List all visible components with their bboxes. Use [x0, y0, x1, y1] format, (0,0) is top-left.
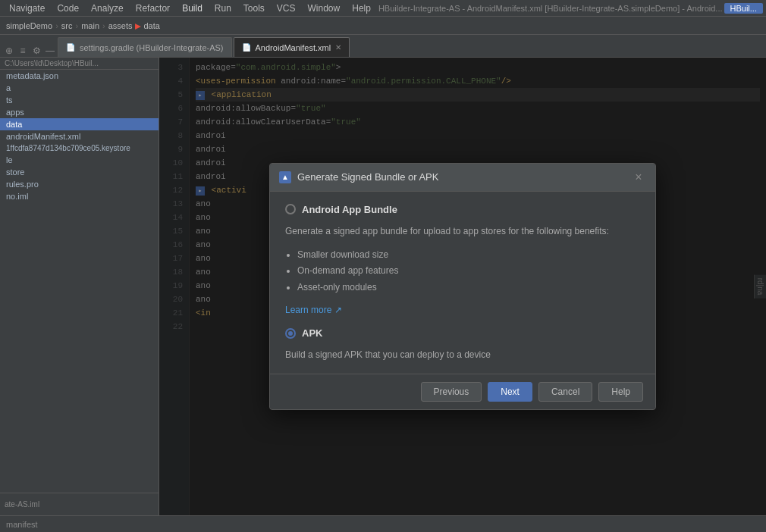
modal-title: ▲ Generate Signed Bundle or APK	[279, 171, 438, 183]
bundle-radio[interactable]	[285, 204, 296, 214]
sidebar-item-ts[interactable]: ts	[0, 94, 159, 106]
next-button[interactable]: Next	[488, 382, 532, 402]
sidebar-path: C:\Users\ld\Desktop\HBuil...	[0, 58, 159, 70]
sidebar-item-apps[interactable]: apps	[0, 106, 159, 118]
tab-tool-minimize[interactable]: —	[44, 45, 56, 57]
breadcrumb-sep-1: ›	[75, 21, 78, 30]
tab-icon-settings: 📄	[66, 43, 75, 52]
tab-label-manifest: AndroidManifest.xml	[256, 43, 331, 52]
learn-more-link[interactable]: Learn more ↗	[285, 305, 640, 315]
sidebar-item-rulespro[interactable]: rules.pro	[0, 178, 159, 190]
code-area: 3 4 5 6 7 8 9 10 11 12 13 14 15 16 17 18…	[159, 58, 766, 515]
modal-body: Android App Bundle Generate a signed app…	[270, 192, 655, 374]
bullet-0: Smaller download size	[297, 247, 640, 264]
tab-settings-gradle[interactable]: 📄 settings.gradle (HBuilder-Integrate-AS…	[58, 37, 232, 57]
status-bar: manifest	[0, 515, 766, 532]
tab-tool-gear[interactable]: ⚙	[30, 45, 42, 57]
android-bundle-option[interactable]: Android App Bundle	[285, 204, 640, 215]
menu-analyze[interactable]: Analyze	[85, 2, 130, 15]
menu-help[interactable]: Help	[346, 2, 377, 15]
modal-overlay: ▲ Generate Signed Bundle or APK × Androi…	[159, 58, 766, 515]
cancel-button[interactable]: Cancel	[538, 382, 592, 402]
menu-bar: Navigate Code Analyze Refactor Build Run…	[0, 0, 766, 17]
sidebar-item-noiml[interactable]: no.iml	[0, 190, 159, 202]
tab-icon-manifest: 📄	[242, 43, 251, 52]
menu-navigate[interactable]: Navigate	[3, 2, 51, 15]
sidebar-item-a[interactable]: a	[0, 82, 159, 94]
apk-description: Build a signed APK that you can deploy t…	[285, 348, 640, 361]
bullet-1: On-demand app features	[297, 263, 640, 280]
breadcrumb: simpleDemo › src › main › assets ▸ data	[0, 17, 766, 35]
menu-run[interactable]: Run	[209, 2, 237, 15]
previous-button[interactable]: Previous	[421, 382, 482, 402]
modal-title-text: Generate Signed Bundle or APK	[297, 171, 438, 183]
sidebar-bottom: ate-AS.iml	[0, 493, 159, 515]
breadcrumb-sep-2: ›	[102, 21, 105, 30]
modal-header: ▲ Generate Signed Bundle or APK ×	[270, 164, 655, 192]
bundle-description: Generate a signed app bundle for upload …	[285, 224, 640, 238]
sidebar-item-le[interactable]: le	[0, 154, 159, 166]
modal-close-button[interactable]: ×	[631, 170, 646, 185]
breadcrumb-sep-0: ›	[55, 21, 58, 30]
sidebar-item-store[interactable]: store	[0, 166, 159, 178]
sidebar-item-metadata[interactable]: metadata.json	[0, 70, 159, 82]
apk-section: APK Build a signed APK that you can depl…	[285, 327, 640, 361]
sidebar-item-data[interactable]: data	[0, 118, 159, 130]
tab-androidmanifest[interactable]: 📄 AndroidManifest.xml ✕	[234, 37, 350, 57]
apk-option[interactable]: APK	[285, 327, 640, 339]
menu-build[interactable]: Build	[176, 2, 209, 15]
help-button[interactable]: Help	[598, 382, 643, 402]
android-icon: ▲	[279, 171, 291, 183]
sidebar-item-androidmanifest[interactable]: androidManifest.xml	[0, 130, 159, 142]
tab-close-manifest[interactable]: ✕	[335, 43, 341, 52]
sidebar-iml-label[interactable]: ate-AS.iml	[5, 500, 39, 509]
bundle-label: Android App Bundle	[302, 204, 397, 215]
sidebar: C:\Users\ld\Desktop\HBuil... metadata.js…	[0, 58, 159, 515]
breadcrumb-part-0[interactable]: simpleDemo	[6, 21, 52, 30]
status-left: manifest	[6, 520, 38, 529]
apk-radio[interactable]	[285, 328, 296, 339]
tab-tool-globe[interactable]: ⊕	[3, 45, 15, 57]
menu-tools[interactable]: Tools	[237, 2, 271, 15]
apk-radio-dot	[288, 331, 293, 336]
modal-footer: Previous Next Cancel Help	[270, 374, 655, 409]
breadcrumb-part-4[interactable]: data	[143, 21, 159, 30]
breadcrumb-part-3[interactable]: assets	[108, 21, 133, 30]
tabs-bar: ⊕ ≡ ⚙ — 📄 settings.gradle (HBuilder-Inte…	[0, 35, 766, 58]
breadcrumb-part-1[interactable]: src	[61, 21, 73, 30]
window-title: HBuilder-Integrate-AS - AndroidManifest.…	[377, 4, 724, 13]
menu-window[interactable]: Window	[302, 2, 347, 15]
tab-tool-menu[interactable]: ≡	[17, 45, 29, 57]
menu-refactor[interactable]: Refactor	[130, 2, 176, 15]
menu-code[interactable]: Code	[51, 2, 85, 15]
bundle-bullets: Smaller download size On-demand app feat…	[297, 247, 640, 296]
bullet-2: Asset-only modules	[297, 280, 640, 296]
breadcrumb-part-2[interactable]: main	[81, 21, 99, 30]
sidebar-item-keystore[interactable]: 1ffcdfa8747d134bc709ce05.keystore	[0, 142, 159, 154]
generate-apk-dialog: ▲ Generate Signed Bundle or APK × Androi…	[269, 163, 656, 411]
tab-label-settings: settings.gradle (HBuilder-Integrate-AS)	[80, 43, 224, 52]
apk-label: APK	[302, 327, 322, 339]
menu-vcs[interactable]: VCS	[271, 2, 302, 15]
hbuilder-button[interactable]: HBuil...	[724, 3, 763, 14]
